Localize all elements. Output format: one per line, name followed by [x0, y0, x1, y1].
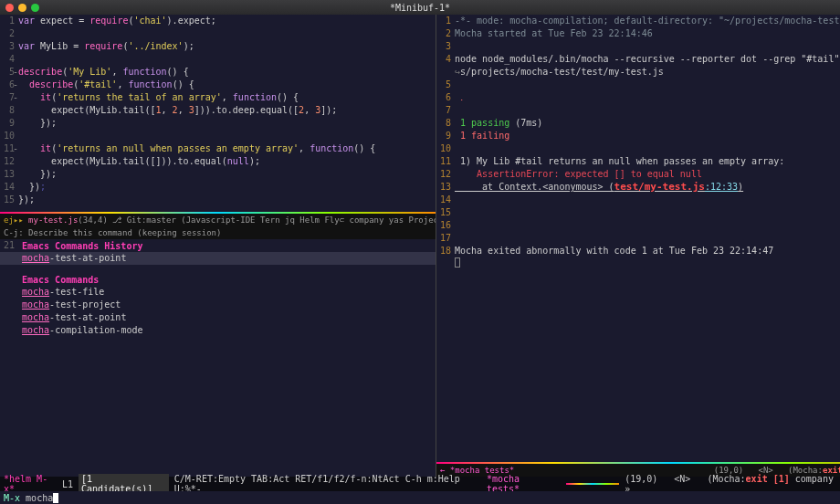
code-line[interactable]: 8 expect(MyLib.tail([1, 2, 3])).to.deep.…	[0, 104, 436, 117]
code-line[interactable]: 2	[0, 27, 436, 40]
helm-candidate[interactable]: mocha-test-at-point	[0, 311, 436, 324]
output-line[interactable]	[436, 257, 840, 270]
code-line[interactable]: 1var expect = require('chai').expect;	[0, 15, 436, 27]
output-line[interactable]: 8 1 passing (7ms)	[436, 117, 840, 130]
rainbow-indicator	[566, 483, 619, 485]
output-line[interactable]: 3	[436, 40, 840, 53]
helm-candidate[interactable]: mocha-test-file	[0, 286, 436, 299]
helm-commands-header: Emacs Commands	[0, 274, 436, 286]
cursor-icon	[53, 493, 58, 503]
output-line[interactable]: 16	[436, 219, 840, 232]
output-line[interactable]: 11 1) My Lib #tail returns an null when …	[436, 155, 840, 168]
output-line[interactable]: 4node node_modules/.bin/mocha --recursiv…	[436, 53, 840, 66]
output-line[interactable]: 15	[436, 206, 840, 219]
code-line[interactable]: 3var MyLib = require('../index');	[0, 40, 436, 53]
helm-completion[interactable]: 21Emacs Commands History mocha-test-at-p…	[0, 239, 436, 477]
compilation-buffer[interactable]: 1-*- mode: mocha-compilation; default-di…	[436, 15, 840, 462]
modeline-left: ej▸▸ my-test.js	[4, 215, 78, 225]
output-line[interactable]: 5	[436, 79, 840, 91]
output-line[interactable]: 2Mocha started at Tue Feb 23 22:14:46	[436, 27, 840, 40]
code-line[interactable]: 11- it('returns an null when passes an e…	[0, 142, 436, 155]
helm-line-pos: L1	[62, 479, 73, 489]
output-line[interactable]: ↪s/projects/mocha-test/test/my-test.js	[436, 66, 840, 79]
code-line[interactable]: 15});	[0, 194, 436, 206]
code-line[interactable]: 5-describe('My Lib', function() {	[0, 66, 436, 79]
minibuffer-prompt: M-x	[4, 493, 20, 503]
output-line[interactable]: 18Mocha exited abnormally with code 1 at…	[436, 245, 840, 257]
code-line[interactable]: 14 });	[0, 181, 436, 194]
code-line[interactable]: 7- it('returns the tail of an array', fu…	[0, 91, 436, 104]
output-line[interactable]: 17	[436, 232, 840, 245]
helm-status-bar: *helm M-x* L1 [1 Candidate(s)] C/M-RET:E…	[0, 477, 840, 491]
output-line[interactable]: 12 AssertionError: expected [] to equal …	[436, 168, 840, 181]
output-line[interactable]: 7	[436, 104, 840, 117]
helm-history-header: Emacs Commands History	[18, 239, 146, 252]
code-line[interactable]: 6- describe('#tail', function() {	[0, 79, 436, 91]
output-line[interactable]: 9 1 failing	[436, 130, 840, 142]
code-modeline: ej▸▸ my-test.js (34,4) ⎇ Git:master (Jav…	[0, 214, 436, 226]
window-title: *Minibuf-1*	[0, 3, 840, 13]
output-line[interactable]: 10	[436, 142, 840, 155]
output-line[interactable]: 1-*- mode: mocha-compilation; default-di…	[436, 15, 840, 27]
output-line[interactable]: 13 at Context.<anonymous> (test/my-test.…	[436, 181, 840, 194]
code-line[interactable]: 12 expect(MyLib.tail([])).to.equal(null)…	[0, 155, 436, 168]
code-line[interactable]: 10	[0, 130, 436, 142]
output-line[interactable]: 6 ․	[436, 91, 840, 104]
minibuffer[interactable]: M-x mocha	[0, 491, 840, 504]
minibuffer-input[interactable]: mocha	[26, 493, 53, 503]
helm-candidate[interactable]: mocha-test-project	[0, 299, 436, 311]
code-buffer[interactable]: 1var expect = require('chai').expect;23v…	[0, 15, 436, 212]
code-line[interactable]: 4	[0, 53, 436, 66]
modeline-right: (34,4) ⎇ Git:master (Javascript-IDE Tern…	[78, 215, 436, 225]
window-titlebar: *Minibuf-1*	[0, 0, 840, 15]
code-line[interactable]: 13 });	[0, 168, 436, 181]
helm-helper-line: C-j: Describe this command (keeping sess…	[0, 226, 436, 239]
helm-candidate[interactable]: mocha-compilation-mode	[0, 324, 436, 337]
output-line[interactable]: 14	[436, 194, 840, 206]
code-line[interactable]: 9 });	[0, 117, 436, 130]
helm-candidate[interactable]: mocha-test-at-point	[0, 252, 436, 265]
